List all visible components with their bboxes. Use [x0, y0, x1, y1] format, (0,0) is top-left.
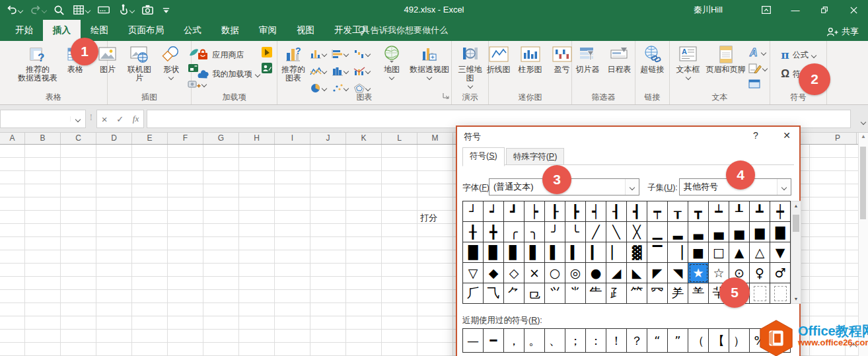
name-box[interactable]	[0, 110, 86, 128]
ribbon-small-button[interactable]	[748, 61, 767, 75]
search-icon[interactable]	[53, 1, 65, 18]
scroll-up-icon[interactable]: ▲	[859, 133, 868, 139]
column-header-H[interactable]: H	[239, 132, 275, 144]
column-header-J[interactable]: J	[310, 132, 346, 144]
symbol-cell[interactable]: ▏	[606, 242, 627, 263]
ribbon-button-应用商店[interactable]: 应用商店	[196, 48, 260, 61]
symbol-cell[interactable]: ┠	[545, 201, 565, 222]
symbol-cell[interactable]: ╰	[565, 222, 586, 242]
cell-value[interactable]: 打分	[394, 211, 437, 225]
column-header-I[interactable]: I	[275, 132, 310, 144]
chart-type-button-mini-line[interactable]	[310, 62, 332, 79]
symbol-cell[interactable]: ╯	[545, 222, 565, 242]
recent-symbol-cell[interactable]: ：	[586, 329, 606, 353]
symbol-cell[interactable]: ◇	[504, 263, 524, 283]
symbol-cell[interactable]: ▇	[770, 222, 791, 242]
symbol-cell[interactable]: ◎	[565, 263, 586, 283]
ribbon-small-button[interactable]	[261, 46, 273, 59]
symbol-cell[interactable]: ▓	[627, 242, 647, 263]
symbol-cell[interactable]: ▄	[709, 222, 729, 242]
symbol-cell[interactable]: ♂	[770, 263, 791, 283]
column-header-B[interactable]: B	[25, 132, 61, 144]
subset-dropdown-icon[interactable]	[777, 179, 791, 195]
symbol-cell[interactable]: ▼	[770, 242, 791, 263]
symbol-cell[interactable]: ▌	[545, 242, 565, 263]
symbol-cell[interactable]: ╂	[463, 222, 484, 242]
tab-数据[interactable]: 数据	[211, 20, 249, 41]
symbol-cell[interactable]: ┨	[606, 201, 627, 222]
symbol-cell[interactable]: ♀	[750, 263, 770, 283]
symbol-cell[interactable]: ┛	[504, 201, 524, 222]
scrollbar-thumb[interactable]	[860, 147, 866, 219]
chart-type-button-mini-water[interactable]	[353, 45, 375, 62]
symbol-cell[interactable]: ◥	[668, 263, 688, 283]
redo-icon[interactable]	[29, 1, 46, 18]
symbol-cell[interactable]: ▅	[729, 222, 750, 242]
symbol-cell[interactable]: ┝	[524, 201, 545, 222]
recent-symbol-cell[interactable]: ？	[627, 329, 647, 353]
symbol-cell[interactable]: ●	[586, 263, 606, 283]
symbol-cell[interactable]: ⺳	[647, 283, 668, 304]
chart-type-button-mini-bar[interactable]	[332, 45, 353, 62]
ribbon-button-切片器[interactable]: 切片器	[573, 43, 603, 75]
insert-function-button[interactable]: fx	[133, 114, 139, 124]
dialog-launcher-icon[interactable]	[443, 90, 449, 102]
symbol-cell[interactable]: ▔	[647, 242, 668, 263]
ribbon-button-页眉和页脚[interactable]: 页眉和页脚	[705, 43, 747, 75]
symbol-cell[interactable]: □	[709, 242, 729, 263]
ribbon-button-形状[interactable]: 形状	[156, 43, 186, 80]
symbol-cell[interactable]: ┙	[484, 201, 504, 222]
symbol-cell[interactable]: ⺧	[586, 283, 606, 304]
ribbon-small-button[interactable]: A	[748, 46, 767, 59]
symbol-cell[interactable]: ┿	[770, 201, 791, 222]
recent-symbol-cell[interactable]: 。	[524, 329, 545, 353]
enter-button[interactable]: ✓	[116, 114, 124, 124]
column-header-L[interactable]: L	[382, 132, 417, 144]
recent-symbol-cell[interactable]: ━	[484, 329, 504, 353]
symbol-cell[interactable]: ┳	[688, 201, 709, 222]
symbol-cell[interactable]: ┥	[586, 201, 606, 222]
tab-插入[interactable]: 插入	[43, 20, 81, 41]
tab-审阅[interactable]: 审阅	[249, 20, 287, 41]
symbol-cell[interactable]: ┸	[729, 201, 750, 222]
share-button[interactable]: 共享	[826, 22, 859, 41]
symbol-cell[interactable]: ⺌	[565, 283, 586, 304]
name-box-dropdown-icon[interactable]	[70, 116, 85, 122]
column-header-F[interactable]: F	[168, 132, 203, 144]
symbol-cell[interactable]: ╱	[586, 222, 606, 242]
tab-开始[interactable]: 开始	[5, 20, 43, 41]
symbol-cell[interactable]: ▽	[463, 263, 484, 283]
symbol-cell[interactable]: ┰	[668, 201, 688, 222]
symbol-cell[interactable]: ×	[524, 263, 545, 283]
recent-symbol-cell[interactable]: 【	[709, 329, 729, 353]
symbol-cell[interactable]: ▎	[586, 242, 606, 263]
chart-type-button-mini-hist[interactable]	[332, 62, 353, 79]
cancel-button[interactable]: ×	[102, 114, 108, 125]
ribbon-button-地图[interactable]: 地图	[377, 43, 407, 80]
column-header-G[interactable]: G	[203, 132, 239, 144]
recent-symbol-cell[interactable]: ）	[729, 329, 750, 353]
minimize-icon[interactable]: —	[781, 0, 810, 20]
symbol-cell[interactable]: ▃	[688, 222, 709, 242]
camera-icon[interactable]	[141, 1, 155, 18]
recent-symbol-cell[interactable]: ”	[668, 329, 688, 353]
undo-icon[interactable]	[5, 1, 22, 18]
grid-scroll-up-icon[interactable]: ▲	[791, 203, 801, 208]
ribbon-button-公式[interactable]: π公式	[781, 48, 815, 61]
column-header-C[interactable]: C	[61, 132, 96, 144]
symbol-cell[interactable]: ○	[545, 263, 565, 283]
column-header-D[interactable]: D	[96, 132, 132, 144]
symbol-cell[interactable]: ⺷	[688, 283, 709, 304]
symbol-cell[interactable]: ▋	[524, 242, 545, 263]
symbol-cell[interactable]: ⺶	[668, 283, 688, 304]
recent-symbol-cell[interactable]: ！	[606, 329, 627, 353]
symbol-cell[interactable]: ⺋	[524, 283, 545, 304]
column-header-P[interactable]: P	[819, 132, 857, 144]
ribbon-button-折线图[interactable]: 折线图	[484, 43, 514, 75]
symbol-cell[interactable]: ╭	[504, 222, 524, 242]
symbol-cell[interactable]: ╲	[606, 222, 627, 242]
ribbon-button-柱形图[interactable]: 柱形图	[515, 43, 546, 75]
column-header-E[interactable]: E	[132, 132, 168, 144]
chart-type-button-mini-col[interactable]	[310, 45, 332, 62]
tab-公式[interactable]: 公式	[174, 20, 211, 41]
